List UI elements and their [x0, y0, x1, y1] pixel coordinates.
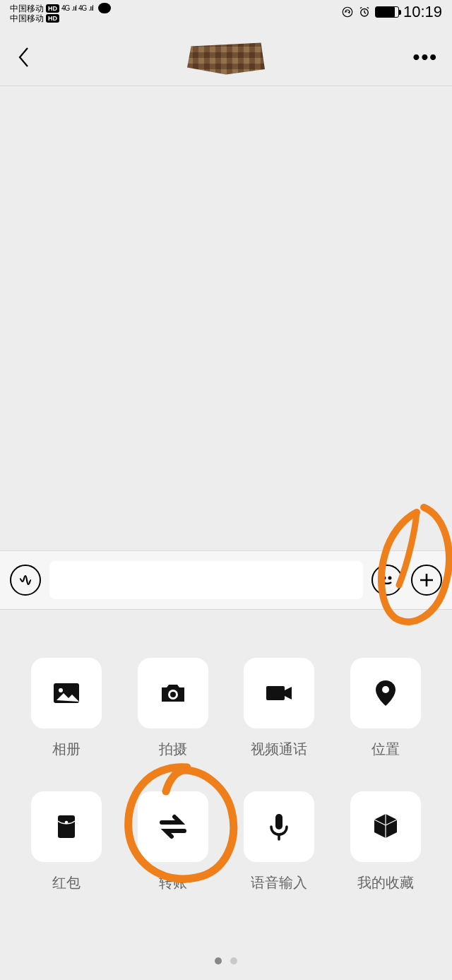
alarm-icon	[358, 6, 371, 18]
message-input-bar	[0, 550, 452, 610]
attachment-label: 红包	[52, 873, 81, 892]
attachment-voice-input[interactable]: 语音输入	[232, 791, 326, 892]
carrier-1: 中国移动	[10, 4, 44, 13]
message-input[interactable]	[49, 561, 363, 599]
attachment-transfer[interactable]: 转账	[126, 791, 220, 892]
emoji-button[interactable]	[371, 565, 403, 596]
chat-header: •••	[0, 28, 452, 86]
svg-point-9	[382, 686, 389, 693]
image-icon	[49, 676, 83, 710]
attachment-red-packet[interactable]: 红包	[20, 791, 114, 892]
network-2: 4G	[78, 4, 86, 13]
attachment-album[interactable]: 相册	[20, 658, 114, 759]
svg-point-3	[389, 577, 391, 579]
cube-icon	[369, 810, 403, 844]
battery-icon	[375, 6, 399, 18]
sync-icon	[341, 6, 354, 18]
svg-point-2	[383, 577, 386, 579]
svg-rect-12	[275, 814, 282, 830]
status-bar: 中国移动 HD 4G .ııl 4G .ııl 中国移动 HD 10:19	[0, 0, 452, 28]
attachment-video-call[interactable]: 视频通话	[232, 658, 326, 759]
svg-point-5	[59, 688, 63, 692]
attachment-label: 拍摄	[159, 740, 187, 759]
status-left: 中国移动 HD 4G .ııl 4G .ııl 中国移动 HD	[10, 3, 111, 23]
hd-badge: HD	[46, 4, 59, 13]
svg-point-7	[170, 692, 176, 697]
attachment-location[interactable]: 位置	[339, 658, 433, 759]
attachment-grid: 相册 拍摄 视频通话 位置 红包 转账 语音输入 我的收藏	[20, 658, 432, 892]
red-packet-icon	[49, 810, 83, 844]
signal-bars-2: .ııl	[88, 4, 93, 13]
plus-button[interactable]	[411, 565, 442, 596]
svg-rect-8	[266, 686, 285, 700]
more-button[interactable]: •••	[413, 46, 438, 69]
back-button[interactable]	[14, 47, 35, 68]
signal-bars-1: .ııl	[71, 4, 76, 13]
plus-icon	[418, 572, 435, 589]
attachment-panel: 相册 拍摄 视频通话 位置 红包 转账 语音输入 我的收藏	[0, 610, 452, 980]
soundwave-icon	[17, 572, 34, 589]
status-right: 10:19	[341, 3, 442, 21]
attachment-label: 转账	[159, 873, 187, 892]
chevron-left-icon	[17, 45, 32, 69]
attachment-label: 视频通话	[251, 740, 307, 759]
network-1: 4G	[61, 4, 69, 13]
page-dot-active	[215, 957, 222, 964]
attachment-label: 我的收藏	[357, 873, 414, 892]
svg-point-0	[343, 7, 352, 17]
hd-badge-2: HD	[46, 14, 59, 23]
attachment-favorites[interactable]: 我的收藏	[339, 791, 433, 892]
attachment-label: 语音输入	[251, 873, 307, 892]
smiley-icon	[378, 571, 396, 589]
carrier-2: 中国移动	[10, 13, 44, 23]
video-icon	[262, 676, 296, 710]
microphone-icon	[262, 810, 296, 844]
voice-mode-button[interactable]	[10, 565, 41, 596]
transfer-icon	[156, 810, 190, 844]
location-pin-icon	[369, 676, 403, 710]
camera-icon	[156, 676, 190, 710]
page-dot	[230, 957, 237, 964]
chat-title-censored	[187, 40, 265, 75]
clock-time: 10:19	[403, 3, 442, 21]
page-indicator	[0, 957, 452, 964]
message-indicator-icon	[98, 3, 111, 13]
attachment-camera[interactable]: 拍摄	[126, 658, 220, 759]
attachment-label: 位置	[371, 740, 400, 759]
svg-rect-10	[58, 815, 75, 838]
attachment-label: 相册	[52, 740, 81, 759]
svg-point-11	[65, 821, 69, 825]
